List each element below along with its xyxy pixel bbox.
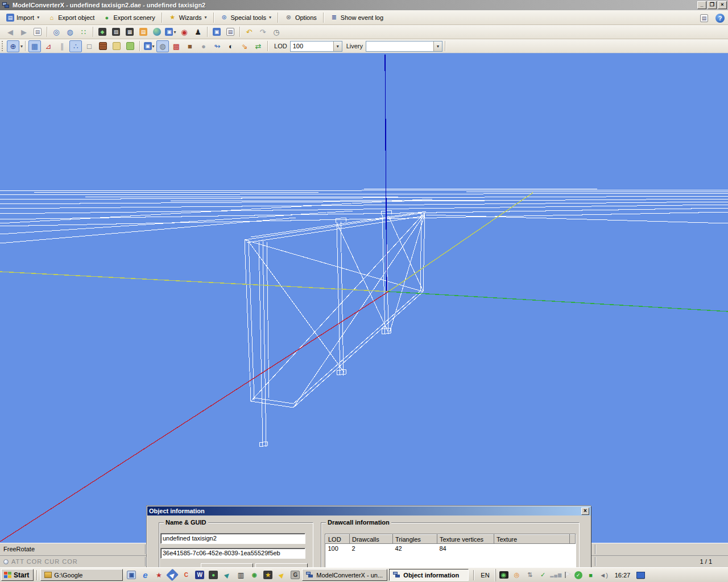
livery-combobox[interactable]: ▾: [366, 41, 442, 52]
language-indicator[interactable]: EN: [477, 572, 493, 579]
search-icon[interactable]: ◎: [50, 26, 63, 38]
volume-tray-icon[interactable]: ◄): [599, 572, 609, 579]
folder-sync-tray-icon[interactable]: ■: [586, 572, 595, 579]
usb-tray-icon[interactable]: ⇅: [526, 571, 535, 579]
materials-icon[interactable]: ◉: [178, 26, 191, 38]
texture-brick-icon[interactable]: [97, 40, 109, 52]
object-name-field[interactable]: undefined taxisign2: [160, 533, 305, 544]
separator: [278, 13, 278, 23]
attach-points-icon[interactable]: ∥: [56, 40, 68, 52]
export-scenery-label: Export scenery: [113, 14, 155, 21]
person-icon[interactable]: ♟: [192, 26, 204, 38]
options-button[interactable]: ⊗ Options: [280, 11, 321, 24]
export-object-button[interactable]: ⌂ Export object: [43, 11, 98, 24]
object-information-window-label: Object information: [403, 572, 459, 579]
3d-viewport[interactable]: [0, 53, 728, 543]
object-information-window-button[interactable]: Object information: [389, 569, 469, 581]
globe-icon[interactable]: [151, 26, 163, 38]
show-event-log-button[interactable]: ≣ Show event log: [326, 11, 387, 24]
special-tools-button[interactable]: ⊛ Special tools ▾: [216, 11, 275, 24]
xml-doc-icon[interactable]: ▤: [137, 26, 150, 38]
separator: [25, 41, 26, 51]
toolbar-grip[interactable]: [2, 41, 5, 51]
tuneup-tray-icon[interactable]: ◎: [512, 571, 522, 579]
object-info-icon[interactable]: ▤: [224, 26, 237, 38]
modelconverterx-window-button[interactable]: ModelConverterX - un...: [302, 569, 387, 581]
ccleaner-icon[interactable]: C: [179, 569, 193, 581]
table-row[interactable]: 100 2 42 84: [326, 544, 576, 554]
image-viewer-icon[interactable]: ▣: [210, 26, 223, 38]
pinwheel-icon[interactable]: ★: [152, 569, 166, 581]
grid-icon[interactable]: ▦: [28, 40, 41, 52]
separator: [139, 41, 140, 51]
zebra-icon[interactable]: ▥: [234, 569, 247, 581]
animation-film-icon[interactable]: ▦: [123, 26, 136, 38]
internet-explorer-icon[interactable]: e: [138, 569, 152, 581]
dialog-title-bar[interactable]: Object information ×: [147, 506, 591, 516]
wizards-button[interactable]: ★ Wizards ▾: [164, 11, 211, 24]
flat-shade-icon[interactable]: [110, 40, 123, 52]
sphere-icon[interactable]: ●: [197, 40, 210, 52]
texture-frame-icon[interactable]: ◆: [96, 26, 109, 38]
restore-button[interactable]: ❐: [708, 1, 717, 9]
import-button[interactable]: ▤ Import ▾: [2, 11, 43, 24]
lod-combobox[interactable]: 100 ▾: [290, 41, 342, 52]
show-desktop-icon[interactable]: ▣: [125, 569, 138, 581]
airplane-blue-icon[interactable]: ▶: [166, 569, 179, 581]
point-cloud-icon[interactable]: ∴: [69, 40, 82, 52]
object-guid-field[interactable]: 36e41585-7c06-452e-8039-1ea55529f5eb: [160, 548, 305, 559]
flag-tray-icon[interactable]: [565, 572, 570, 578]
export-scenery-button[interactable]: ● Export scenery: [98, 11, 159, 24]
start-button[interactable]: Start: [1, 569, 34, 581]
axes-icon[interactable]: ⊿: [42, 40, 55, 52]
wireframe-sphere-icon[interactable]: ◍: [156, 40, 169, 52]
col-triangles[interactable]: Triangles: [393, 535, 437, 544]
ground-poly-icon[interactable]: [124, 40, 136, 52]
properties-icon[interactable]: ▤: [698, 12, 710, 24]
close-button[interactable]: ×: [718, 1, 727, 9]
nvidia-tray-icon[interactable]: ◉: [499, 571, 508, 579]
event-log-doc-icon[interactable]: ▤: [31, 26, 44, 38]
color-cube-icon[interactable]: ▩: [170, 40, 183, 52]
normals-icon[interactable]: ⇘: [238, 40, 251, 52]
clock[interactable]: 16:27: [615, 572, 631, 579]
col-texture-vertices[interactable]: Texture vertices: [437, 535, 494, 544]
stopwatch-icon[interactable]: ◷: [270, 26, 283, 38]
avg-tray-icon[interactable]: ✓: [574, 571, 582, 579]
globe-tools-icon[interactable]: ◉: [247, 569, 261, 581]
network-monitor-icon[interactable]: [636, 572, 645, 579]
checker-ball-icon[interactable]: ◐: [225, 40, 237, 52]
image-wrench-icon[interactable]: ▧: [110, 26, 122, 38]
camera-icon[interactable]: ▣▾: [143, 40, 155, 52]
col-drawcalls[interactable]: Drawcalls: [350, 535, 393, 544]
minimize-button[interactable]: _: [697, 1, 706, 9]
hierarchy-icon[interactable]: ∷: [77, 26, 90, 38]
view-toolbar: ⊕ ▾ ▦ ⊿ ∥ ∴ □ ▣▾ ◍ ▩ ■ ● ↬ ◐ ⇘ ⇄ LOD 100…: [0, 39, 728, 53]
plane-teal-icon[interactable]: ▶: [220, 569, 234, 581]
redo-icon[interactable]: ↷: [257, 26, 269, 38]
chevron-down-icon[interactable]: ▾: [333, 41, 342, 51]
refresh-icon[interactable]: ⇄: [252, 40, 264, 52]
chevron-down-icon[interactable]: ▾: [433, 41, 442, 51]
forward-icon[interactable]: ▶: [18, 26, 30, 38]
textured-cube-icon[interactable]: ■: [184, 40, 196, 52]
col-lod[interactable]: LOD: [326, 535, 350, 544]
dialog-close-icon[interactable]: ×: [581, 508, 589, 515]
back-icon[interactable]: ◀: [4, 26, 16, 38]
help-icon[interactable]: ?: [715, 14, 725, 23]
word-icon[interactable]: W: [193, 569, 206, 581]
explorer-window-button[interactable]: G:\Google: [40, 569, 123, 581]
screenshot-icon[interactable]: ▣▾: [164, 26, 177, 38]
signal-tray-icon[interactable]: ▂▄▆: [552, 572, 561, 577]
spybot-tray-icon[interactable]: ✓: [539, 571, 548, 579]
col-texture[interactable]: Texture: [494, 535, 570, 544]
emb-tools-icon[interactable]: ●: [206, 569, 220, 581]
placemark-icon[interactable]: ◍: [64, 26, 76, 38]
undo-icon[interactable]: ↶: [243, 26, 255, 38]
gimp-icon[interactable]: G: [288, 569, 302, 581]
spline-tool-icon[interactable]: ↬: [211, 40, 224, 52]
star-box-icon[interactable]: ★: [261, 569, 275, 581]
pan-move-icon[interactable]: ⊕: [7, 40, 19, 52]
bounding-box-icon[interactable]: □: [83, 40, 96, 52]
plane-yellow-icon[interactable]: ▶: [275, 569, 288, 581]
